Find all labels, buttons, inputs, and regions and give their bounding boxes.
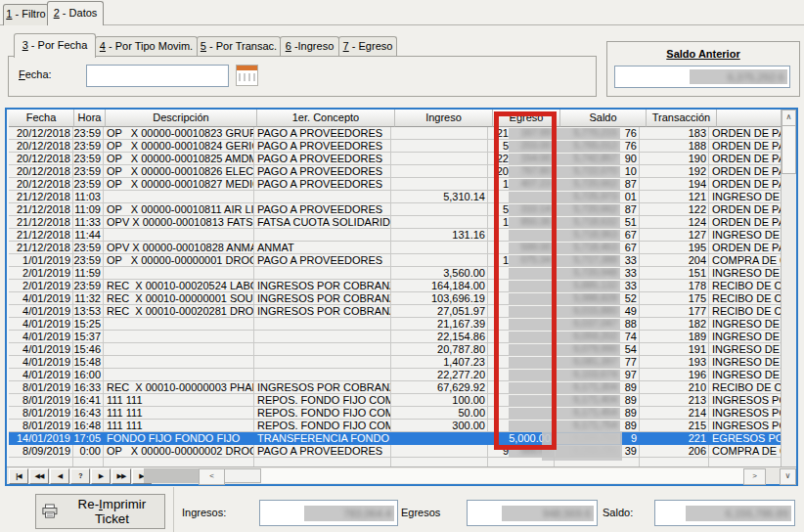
cell-egreso: 5,000.00 xyxy=(488,432,555,445)
egresos-label: Egresos xyxy=(401,507,440,518)
cell-egreso xyxy=(488,292,555,305)
window-tab-2[interactable]: 2 - Datos xyxy=(47,1,104,25)
egreso-redacted-value xyxy=(509,293,554,304)
cell-hora: 11:33 xyxy=(73,216,104,229)
table-row[interactable]: 21/12/201811:33OPV X 00000-00010813 FATS… xyxy=(9,216,782,229)
horizontal-scroll-track[interactable] xyxy=(261,468,745,483)
cell-hora: 16:41 xyxy=(73,394,104,407)
cell-concepto xyxy=(254,356,391,369)
cell-descripcion: OP X 00000-00000002 DROG xyxy=(104,445,254,458)
column-header-descripci-n[interactable]: Descripción xyxy=(106,110,257,127)
reprint-ticket-button[interactable]: Re-Imprimir Ticket xyxy=(35,494,165,529)
cell-transaccion: 191 xyxy=(640,343,709,356)
egreso-redacted-value xyxy=(509,344,554,355)
column-header-saldo[interactable]: Saldo xyxy=(560,110,647,127)
cell-concepto: PAGO A PROVEEDORES xyxy=(254,254,391,267)
window-tab-1[interactable]: 1 - Filtro xyxy=(3,4,49,25)
scroll-up-button[interactable]: ∧ xyxy=(782,110,796,126)
navigator-prior-page-button[interactable]: ◀◀ xyxy=(29,468,49,484)
table-row[interactable]: 4/01/201911:32REC X 00010-00000001 SOUEI… xyxy=(9,292,782,305)
table-row[interactable]: 20/12/201823:59OP X 00000-00010824 GERIC… xyxy=(9,140,782,153)
table-row[interactable]: 4/01/201916:0022,277.206,103,67497196ING… xyxy=(9,369,782,381)
view-tab-6[interactable]: 6 -Ingreso xyxy=(280,36,339,58)
navigator-next-button[interactable]: ▶ xyxy=(91,468,111,484)
cell-descripcion: 111 111 xyxy=(104,420,254,432)
navigator-help-button[interactable]: ? xyxy=(70,468,90,484)
cell-tipo-movimiento: ORDEN DE PAG xyxy=(709,127,782,140)
column-header-1er-concepto[interactable]: 1er. Concepto xyxy=(257,110,395,127)
cell-concepto xyxy=(254,331,391,343)
view-tab-5[interactable]: 5 - Por Transac. xyxy=(197,36,281,58)
table-row[interactable]: 8/01/201916:48111 111REPOS. FONDO FIJO C… xyxy=(9,420,782,432)
scroll-left-button[interactable]: < xyxy=(199,468,225,485)
egreso-redacted-value xyxy=(509,192,554,202)
cell-tipo-movimiento: INGRESO DE CH xyxy=(709,369,782,381)
ingresos-field[interactable]: 783,064.4 xyxy=(259,500,398,526)
column-header-extra[interactable] xyxy=(717,110,782,127)
table-row[interactable]: 21/12/201811:44131.165,718,96367127INGRE… xyxy=(9,229,782,242)
column-header-egreso[interactable]: Egreso xyxy=(493,110,560,127)
table-row[interactable]: 21/12/201811:09OP X 00000-00010811 AIR L… xyxy=(9,203,782,216)
saldo-redacted-value: 5,742,857 xyxy=(556,154,620,164)
egreso-redacted-value xyxy=(509,268,554,279)
navigator-first-button[interactable]: |◀ xyxy=(9,468,28,484)
cell-hora: 16:43 xyxy=(73,407,104,420)
cell-egreso xyxy=(488,280,555,292)
saldo-redacted-value: 5,720,662 xyxy=(556,204,620,215)
scroll-down-button[interactable]: ∨ xyxy=(780,468,796,485)
column-header-fecha[interactable]: Fecha xyxy=(9,110,74,127)
table-row[interactable]: 4/01/201913:53REC X 00010-00020281 DROGI… xyxy=(9,305,782,318)
table-row[interactable]: 4/01/201915:2521,167.396,037,04788182ING… xyxy=(9,318,782,331)
cell-transaccion: 210 xyxy=(640,381,709,394)
table-row[interactable]: 21/12/201811:035,310.145,725,97301121ING… xyxy=(9,191,782,203)
cell-transaccion: 122 xyxy=(640,203,709,216)
cell-ingreso: 103,696.19 xyxy=(391,292,488,305)
column-header-transacci-n[interactable]: Transacción xyxy=(647,110,717,127)
cell-fecha: 4/01/2019 xyxy=(9,343,73,356)
scroll-right-button[interactable]: > xyxy=(743,468,766,485)
table-row[interactable]: 20/12/201823:59OP X 00000-00010823 GRUPP… xyxy=(9,127,782,140)
navigator-prior-button[interactable]: ◀ xyxy=(50,468,69,484)
table-row[interactable]: 1/01/201923:59OP X 00000-00000001 DROGPA… xyxy=(9,254,782,267)
table-row[interactable]: 21/12/201823:59OPV X 00000-00010828 ANMA… xyxy=(9,242,782,254)
view-tab-4[interactable]: 4 - Por Tipo Movim. xyxy=(95,36,198,58)
cell-transaccion: 213 xyxy=(640,394,709,407)
vertical-scrollbar[interactable]: ∧ xyxy=(781,110,796,467)
table-row[interactable]: 8/01/201916:41111 111REPOS. FONDO FIJO C… xyxy=(9,394,782,407)
table-row[interactable]: 14/01/201917:05FONDO FIJO FONDO FIJOTRAN… xyxy=(9,432,782,445)
table-row[interactable]: 8/01/201916:43111 111REPOS. FONDO FIJO C… xyxy=(9,407,782,420)
table-row[interactable]: 4/01/201915:481,407.236,081,39777193INGR… xyxy=(9,356,782,369)
cell-concepto: REPOS. FONDO FIJO COMPRAS xyxy=(254,407,391,420)
navigator-next-page-button[interactable]: ▶▶ xyxy=(112,468,131,484)
table-row[interactable]: 8/09/20190:00OP X 00000-00000002 DROGPAG… xyxy=(9,445,782,458)
calendar-icon[interactable] xyxy=(236,65,258,86)
table-row[interactable]: 4/01/201915:4620,787.806,079,99054191ING… xyxy=(9,343,782,356)
view-tab-7[interactable]: 7 - Egreso xyxy=(338,36,397,58)
table-row[interactable]: 20/12/201823:59OP X 00000-00010826 ELECT… xyxy=(9,165,782,178)
table-row[interactable]: 8/01/201916:33REC X 00010-00000003 PHARI… xyxy=(9,381,782,394)
cell-descripcion xyxy=(104,191,254,203)
table-row[interactable]: 4/01/201915:3722,154.866,059,20274189ING… xyxy=(9,331,782,343)
column-header-ingreso[interactable]: Ingreso xyxy=(395,110,493,127)
table-row[interactable]: 20/12/201823:59OP X 00000-00010825 AMDMP… xyxy=(9,153,782,165)
egresos-field[interactable]: 948,569.6 xyxy=(467,500,598,526)
cell-tipo-movimiento: INGRESO DE CH xyxy=(709,191,782,203)
saldo-anterior-field[interactable]: 6,375,292.6 xyxy=(614,66,790,88)
cell-saldo: 5,742,85790 xyxy=(555,153,640,165)
saldo-field[interactable]: 6,155,786.89 xyxy=(654,500,795,526)
column-header-hora[interactable]: Hora xyxy=(74,110,106,127)
egreso-redacted-value xyxy=(509,332,554,342)
saldo-label: Saldo: xyxy=(603,507,633,518)
cell-egreso xyxy=(488,331,555,343)
fecha-input[interactable] xyxy=(86,65,229,87)
cell-tipo-movimiento: EGRESOS POR xyxy=(709,432,782,445)
table-row[interactable]: 2/01/201911:593,560.005,720,94833151INGR… xyxy=(9,267,782,280)
table-row[interactable]: 20/12/201823:59OP X 00000-00010827 MEDIC… xyxy=(9,178,782,191)
cell-concepto: PAGO A PROVEEDORES xyxy=(254,140,391,153)
cell-tipo-movimiento: RECIBO DE COB xyxy=(709,292,782,305)
vertical-scroll-thumb[interactable] xyxy=(782,125,796,174)
table-row[interactable]: 2/01/201923:59REC X 00010-00020524 LABOI… xyxy=(9,280,782,292)
cell-descripcion xyxy=(104,229,254,242)
view-tab-3[interactable]: 3 - Por Fecha xyxy=(14,33,96,58)
horizontal-scroll-thumb[interactable] xyxy=(224,468,261,483)
